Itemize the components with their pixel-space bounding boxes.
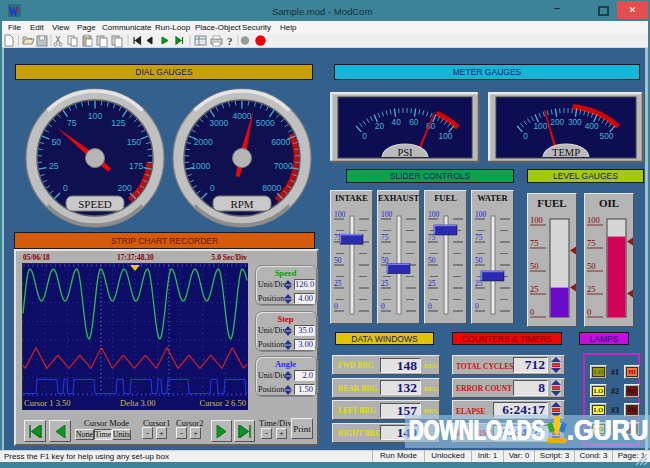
svg-text:0: 0 — [381, 302, 385, 311]
svg-text:SPEED: SPEED — [78, 198, 112, 210]
svg-text:0: 0 — [334, 302, 338, 311]
svg-text:100: 100 — [439, 131, 453, 141]
svg-text:25: 25 — [381, 279, 389, 288]
svg-text:?: ? — [227, 35, 233, 47]
svg-text:Delta 3.00: Delta 3.00 — [120, 398, 155, 408]
svg-text:100: 100 — [381, 210, 393, 219]
svg-text:RPM: RPM — [230, 198, 253, 210]
svg-text:6000: 6000 — [271, 137, 290, 147]
svg-text:25: 25 — [428, 279, 436, 288]
svg-text:100: 100 — [533, 121, 547, 131]
svg-text:100: 100 — [475, 210, 487, 219]
svg-text:20: 20 — [375, 121, 385, 131]
svg-text:0: 0 — [587, 307, 591, 317]
svg-text:125: 125 — [111, 118, 126, 128]
svg-text:0: 0 — [210, 183, 215, 193]
svg-text:100: 100 — [587, 215, 600, 225]
svg-text:500: 500 — [600, 131, 614, 141]
svg-text:100: 100 — [334, 210, 346, 219]
svg-text:200: 200 — [550, 117, 564, 127]
svg-text:25: 25 — [587, 284, 596, 294]
svg-text:Cursor 2 6.50: Cursor 2 6.50 — [199, 398, 246, 408]
svg-text:100: 100 — [428, 210, 440, 219]
svg-text:2000: 2000 — [194, 137, 213, 147]
svg-text:75: 75 — [475, 233, 483, 242]
svg-text:200: 200 — [118, 183, 133, 193]
svg-text:7000: 7000 — [274, 161, 293, 171]
svg-text:400: 400 — [585, 121, 599, 131]
svg-text:Cursor 1 3.50: Cursor 1 3.50 — [24, 398, 71, 408]
svg-text:50: 50 — [587, 261, 596, 271]
svg-text:0: 0 — [362, 131, 367, 141]
svg-text:150: 150 — [127, 137, 142, 147]
svg-text:4000: 4000 — [232, 111, 251, 121]
svg-text:25: 25 — [530, 284, 539, 294]
svg-text:75: 75 — [381, 233, 389, 242]
svg-text:50: 50 — [51, 137, 61, 147]
svg-text:75: 75 — [67, 118, 77, 128]
svg-text:0: 0 — [428, 302, 432, 311]
svg-text:1000: 1000 — [191, 161, 210, 171]
svg-text:60: 60 — [409, 117, 419, 127]
svg-text:0: 0 — [530, 307, 534, 317]
svg-text:50: 50 — [428, 256, 436, 265]
svg-text:25: 25 — [334, 279, 342, 288]
svg-text:100: 100 — [88, 111, 103, 121]
svg-text:175: 175 — [129, 161, 144, 171]
svg-text:0: 0 — [63, 183, 68, 193]
svg-text:25: 25 — [49, 161, 59, 171]
svg-text:300: 300 — [568, 117, 582, 127]
svg-text:50: 50 — [530, 261, 539, 271]
svg-text:8000: 8000 — [262, 183, 281, 193]
svg-text:5000: 5000 — [256, 118, 275, 128]
svg-text:TEMP: TEMP — [552, 147, 580, 158]
svg-text:75: 75 — [587, 238, 596, 248]
svg-text:0: 0 — [523, 131, 528, 141]
svg-text:0: 0 — [475, 302, 479, 311]
svg-text:50: 50 — [475, 256, 483, 265]
svg-text:PSI: PSI — [397, 147, 413, 158]
svg-text:3000: 3000 — [209, 118, 228, 128]
svg-text:100: 100 — [530, 215, 543, 225]
svg-text:40: 40 — [392, 117, 402, 127]
svg-text:50: 50 — [334, 256, 342, 265]
svg-text:75: 75 — [530, 238, 539, 248]
